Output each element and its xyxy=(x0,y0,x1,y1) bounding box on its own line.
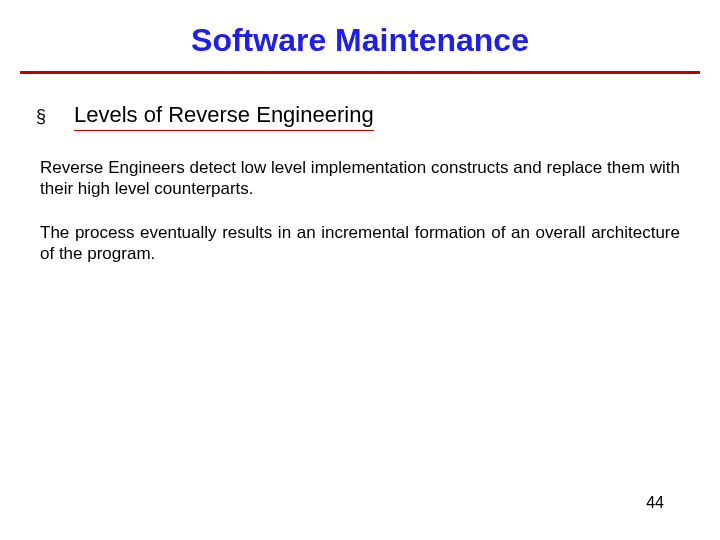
page-number: 44 xyxy=(646,494,664,512)
bullet-marker-icon: § xyxy=(36,107,46,125)
bullet-row: § Levels of Reverse Engineering xyxy=(36,102,684,131)
subheading: Levels of Reverse Engineering xyxy=(74,102,374,131)
slide-content: § Levels of Reverse Engineering Reverse … xyxy=(0,74,720,264)
slide-title: Software Maintenance xyxy=(0,0,720,71)
paragraph-2: The process eventually results in an inc… xyxy=(36,222,684,265)
paragraph-1: Reverse Engineers detect low level imple… xyxy=(36,157,684,200)
